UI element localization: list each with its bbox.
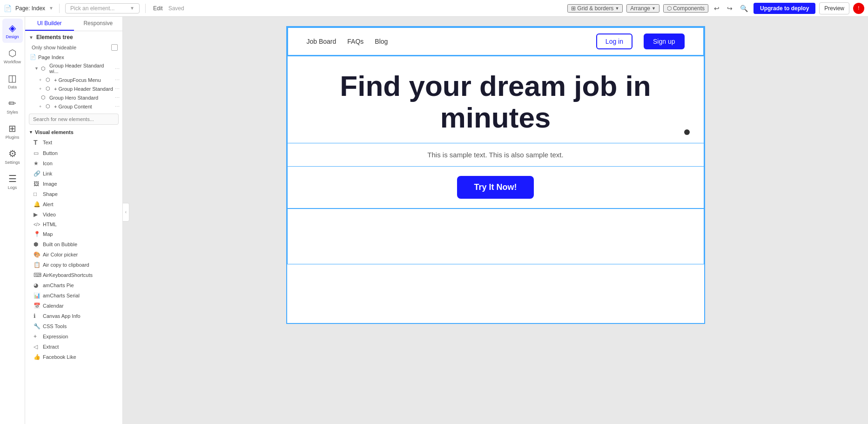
only-hideable-checkbox[interactable] [111, 44, 118, 51]
element-facebook-like[interactable]: 👍 Facebook Like [25, 352, 122, 362]
saved-label: Saved [168, 5, 184, 12]
panel-toggle[interactable]: ‹ [123, 203, 129, 222]
arrange-chevron: ▼ [652, 6, 656, 11]
tree-group-content[interactable]: + ⬡ + Group Content ⋯ [25, 102, 122, 111]
button-element-icon: ▭ [34, 150, 40, 156]
element-html[interactable]: </> HTML [25, 220, 122, 229]
tree-group-hero-standard[interactable]: ⬡ Group Hero Standard ⋯ [25, 93, 122, 102]
element-built-on-bubble[interactable]: ⬢ Built on Bubble [25, 239, 122, 249]
element-extract[interactable]: ◁ Extract [25, 342, 122, 352]
element-css-tools[interactable]: 🔧 CSS Tools [25, 321, 122, 331]
air-color-picker-label: Air Color picker [43, 252, 78, 257]
shape-element-label: Shape [43, 191, 58, 197]
tree-group-header-standard-child[interactable]: + ⬡ + Group Header Standard ⋯ [25, 84, 122, 93]
tree-group-content-icon: ⬡ [46, 103, 52, 109]
element-shape[interactable]: □ Shape [25, 189, 122, 199]
element-expression[interactable]: + Expression [25, 331, 122, 342]
html-element-icon: </> [34, 222, 40, 227]
elements-tree-title: Elements tree [36, 34, 73, 40]
grid-borders-button[interactable]: ⊞ Grid & borders ▼ [567, 4, 623, 13]
text-element-label: Text [43, 140, 52, 145]
components-button[interactable]: ⬡ Components [663, 4, 708, 13]
element-calendar[interactable]: 📅 Calendar [25, 301, 122, 311]
html-element-label: HTML [43, 222, 57, 227]
canvas-hero-section[interactable]: Find your dream job in minutes This is s… [287, 56, 704, 209]
tab-ui-builder[interactable]: UI Builder [25, 17, 74, 31]
workflow-label: Workflow [4, 60, 21, 65]
link-element-icon: 🔗 [34, 170, 40, 177]
tree-group-header-std-action: ⋯ [115, 86, 120, 91]
design-icon: ◈ [9, 22, 16, 34]
facebook-like-icon: 👍 [34, 354, 40, 360]
sidebar-item-design[interactable]: ◈ Design [2, 19, 23, 43]
element-canvas-app-info[interactable]: ℹ Canvas App Info [25, 311, 122, 321]
tree-group-header-std-icon: ⬡ [46, 86, 52, 92]
element-image[interactable]: 🖼 Image [25, 179, 122, 189]
tree-group-content-expand: + [39, 104, 44, 109]
nav-login-button[interactable]: Log in [596, 34, 632, 49]
tree-group-header-standard[interactable]: ▼ ⬡ Group Header Standard wi... ⋯ [25, 61, 122, 75]
nav-job-board[interactable]: Job Board [307, 38, 336, 45]
map-element-icon: 📍 [34, 231, 40, 237]
arrange-button[interactable]: Arrange ▼ [626, 4, 659, 13]
undo-button[interactable]: ↩ [712, 5, 721, 12]
canvas-app-info-label: Canvas App Info [43, 313, 81, 319]
element-link[interactable]: 🔗 Link [25, 168, 122, 179]
tree-groupfocus-label: + GroupFocus Menu [54, 77, 113, 83]
tree-group-header-std-label: + Group Header Standard [54, 86, 113, 92]
element-text[interactable]: T Text [25, 137, 122, 148]
element-video[interactable]: ▶ Video [25, 209, 122, 220]
element-air-keyboard-shortcuts[interactable]: ⌨ AirKeyboardShortcuts [25, 270, 122, 280]
image-element-label: Image [43, 181, 57, 187]
topbar-divider-1 [59, 4, 60, 13]
element-alert[interactable]: 🔔 Alert [25, 199, 122, 209]
element-amcharts-pie[interactable]: ◕ amCharts Pie [25, 280, 122, 290]
upgrade-to-deploy-button[interactable]: Upgrade to deploy [754, 3, 815, 14]
nav-signup-button[interactable]: Sign up [644, 34, 684, 49]
element-amcharts-serial[interactable]: 📊 amCharts Serial [25, 290, 122, 301]
notification-button[interactable]: ! [853, 3, 864, 14]
element-icon[interactable]: ★ Icon [25, 158, 122, 168]
sidebar-item-logs[interactable]: ☰ Logs [2, 169, 23, 194]
grid-icon: ⊞ [571, 5, 576, 12]
only-hideable-label: Only show hideable [32, 45, 76, 50]
element-air-copy-clipboard[interactable]: 📋 Air copy to clipboard [25, 260, 122, 270]
element-air-color-picker[interactable]: 🎨 Air Color picker [25, 249, 122, 260]
tree-groupfocus-menu[interactable]: + ⬡ + GroupFocus Menu ⋯ [25, 75, 122, 84]
preview-button[interactable]: Preview [819, 2, 849, 14]
tree-page-index[interactable]: 📄 Page Index [25, 53, 122, 61]
arrange-label: Arrange [630, 5, 650, 12]
element-map[interactable]: 📍 Map [25, 229, 122, 239]
image-element-icon: 🖼 [34, 181, 40, 187]
tree-groupfocus-icon: ⬡ [46, 77, 52, 83]
canvas-below-hero-section [287, 209, 704, 264]
sidebar-item-plugins[interactable]: ⊞ Plugins [2, 119, 23, 143]
sidebar-item-workflow[interactable]: ⬡ Workflow [2, 44, 23, 68]
sidebar-item-settings[interactable]: ⚙ Settings [2, 144, 23, 168]
nav-faqs[interactable]: FAQs [347, 38, 363, 45]
sidebar-item-styles[interactable]: ✏ Styles [2, 94, 23, 118]
sidebar-item-data[interactable]: ◫ Data [2, 69, 23, 93]
amcharts-serial-label: amCharts Serial [43, 293, 80, 298]
visual-elements-header: ▼ Visual elements [25, 128, 122, 137]
search-elements-input[interactable] [29, 114, 119, 125]
edit-label[interactable]: Edit [151, 5, 165, 12]
elements-tree-expand-icon[interactable]: ▼ [29, 35, 34, 40]
redo-button[interactable]: ↪ [725, 5, 734, 12]
pick-element-dropdown[interactable]: Pick an element... ▼ [65, 3, 140, 13]
nav-blog[interactable]: Blog [375, 38, 388, 45]
search-button[interactable]: 🔍 [738, 5, 750, 12]
styles-icon: ✏ [8, 98, 16, 109]
expression-label: Expression [43, 334, 68, 339]
element-button[interactable]: ▭ Button [25, 148, 122, 158]
tree-group-header-expand: ▼ [34, 66, 39, 71]
tab-responsive[interactable]: Responsive [74, 17, 123, 31]
canvas-cta-button[interactable]: Try It Now! [457, 176, 533, 199]
canvas-hero-subtitle-row: This is sample text. This is also sample… [288, 143, 704, 167]
visual-elements-expand-icon[interactable]: ▼ [29, 130, 33, 135]
tree-group-header-action: ⋯ [115, 66, 120, 71]
canvas-hero-subtitle: This is sample text. This is also sample… [306, 151, 685, 159]
amcharts-pie-icon: ◕ [34, 282, 40, 289]
built-on-bubble-icon: ⬢ [34, 241, 40, 248]
canvas-app-info-icon: ℹ [34, 313, 40, 319]
